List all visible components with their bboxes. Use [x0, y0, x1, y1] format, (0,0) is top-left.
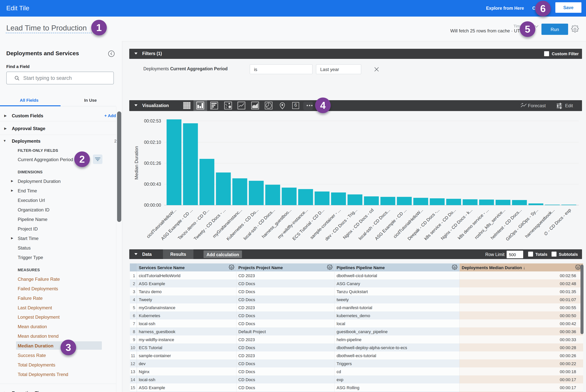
svg-text:k8s service - CD Do...: k8s service - CD Do...	[423, 208, 457, 241]
svg-text:00:00:43: 00:00:43	[144, 182, 161, 187]
svg-text:ECS Tutorial - CD D...: ECS Tutorial - CD D...	[291, 208, 325, 241]
svg-text:Deepak - CD Docs -...: Deepak - CD Docs -...	[407, 208, 440, 241]
svg-text:00:00:00: 00:00:00	[144, 203, 161, 208]
svg-text:Nginx - CD Docs - cd: Nginx - CD Docs - cd	[342, 208, 375, 240]
svg-text:00:02:53: 00:02:53	[144, 118, 161, 124]
svg-text:harness_guestboo...: harness_guestboo...	[261, 208, 292, 239]
svg-text:∅ - CD Docs - exp: ∅ - CD Docs - exp	[543, 208, 572, 236]
svg-text:Median Duration: Median Duration	[134, 146, 139, 180]
svg-text:myGrafanaInstanc...: myGrafanaInstanc...	[211, 208, 243, 239]
svg-text:local-ssh - CD Docs...: local-ssh - CD Docs...	[242, 208, 276, 241]
svg-text:00:02:10: 00:02:10	[144, 140, 161, 145]
svg-text:helmtest - CD Docs...: helmtest - CD Docs...	[490, 208, 523, 240]
svg-text:00:01:26: 00:01:26	[144, 161, 161, 166]
svg-text:Tweety - CD Docs - ...: Tweety - CD Docs - ...	[193, 208, 226, 241]
svg-text:harnessguestbook...: harnessguestbook...	[524, 208, 556, 239]
svg-text:my-wildfly-instance...: my-wildfly-instance...	[276, 208, 309, 240]
svg-text:local-ssh - CD Docs...: local-ssh - CD Docs...	[358, 208, 391, 241]
svg-text:Nginx - CD Docs - k...: Nginx - CD Docs - k...	[440, 208, 473, 241]
svg-text:ASG Example - CD ...: ASG Example - CD ...	[160, 208, 194, 241]
svg-text:cicdTutorialHelloW...: cicdTutorialHelloW...	[392, 208, 424, 239]
svg-text:k8s demo service - ...: k8s demo service - ...	[457, 208, 490, 240]
svg-text:roshni_k8s_service...: roshni_k8s_service...	[474, 208, 506, 240]
svg-text:Kubernetes - CD Do...: Kubernetes - CD Do...	[225, 208, 259, 241]
svg-text:cicdTutorialHelloW...: cicdTutorialHelloW...	[146, 208, 177, 239]
svg-text:dev - CD Docs - Trig...: dev - CD Docs - Trig...	[324, 208, 358, 242]
svg-text:Tanzu demo - CD D...: Tanzu demo - CD D...	[177, 208, 210, 241]
svg-text:ASG Example - CD ...: ASG Example - CD ...	[374, 208, 408, 241]
svg-text:GitOps - GitOps - Sy...: GitOps - GitOps - Sy...	[505, 208, 539, 242]
svg-text:sample-container - ...: sample-container - ...	[309, 208, 342, 240]
